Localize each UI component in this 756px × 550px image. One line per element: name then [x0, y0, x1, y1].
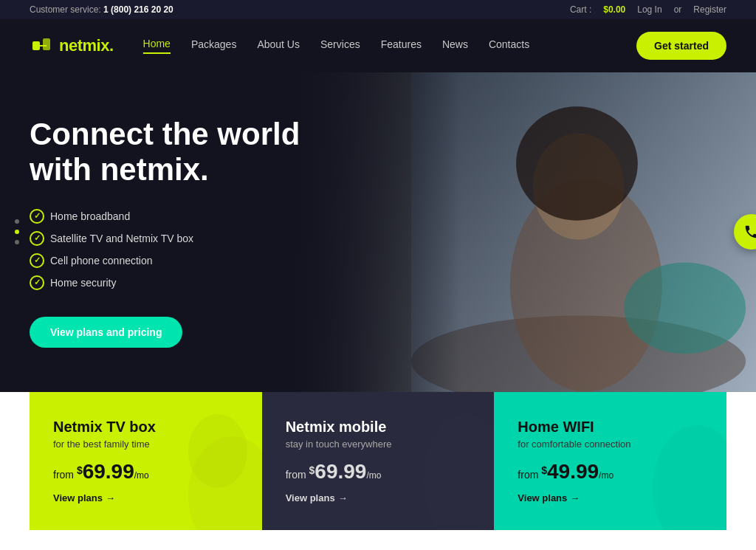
card-bg-svg-2 [405, 392, 494, 530]
service-card-tv: Netmix TV box for the best family time f… [30, 392, 262, 530]
phone-number: 1 (800) 216 20 20 [103, 4, 173, 15]
price-sup-3: $ [541, 464, 547, 476]
main-nav: Home Packages About Us Services Features… [143, 38, 608, 54]
login-link[interactable]: Log In [637, 4, 662, 15]
logo-icon [30, 34, 53, 58]
svg-rect-1 [43, 38, 50, 50]
price-from-3: from [518, 469, 538, 481]
customer-service: Customer service: 1 (800) 216 20 20 [30, 4, 173, 15]
nav-packages[interactable]: Packages [191, 38, 236, 53]
feature-item-3: Cell phone connection [30, 253, 300, 268]
check-icon-1 [30, 209, 44, 224]
card-bg-3 [638, 392, 726, 530]
nav-services[interactable]: Services [320, 38, 360, 53]
service-cards-section: Netmix TV box for the best family time f… [30, 392, 726, 530]
svg-point-7 [516, 106, 638, 220]
card-bg-2 [405, 392, 494, 530]
svg-point-5 [510, 179, 662, 391]
card-bg-svg-1 [173, 392, 262, 530]
register-link[interactable]: Register [693, 4, 726, 15]
feature-item-1: Home broadband [30, 209, 300, 224]
svg-point-4 [411, 316, 746, 392]
hero-features-list: Home broadband Satellite TV and Netmix T… [30, 209, 300, 290]
hero-title: Connect the worldwith netmix. [30, 117, 300, 188]
phone-icon [743, 224, 756, 240]
feature-label-4: Home security [50, 277, 116, 289]
slide-dot-3[interactable] [15, 240, 19, 244]
slide-dot-1[interactable] [15, 219, 19, 224]
feature-item-4: Home security [30, 275, 300, 290]
card-bg-svg-3 [638, 392, 726, 530]
feature-label-3: Cell phone connection [50, 255, 153, 267]
price-from-1: from [53, 469, 74, 481]
site-header: netmix. Home Packages About Us Services … [0, 19, 756, 72]
price-period-3: /mo [599, 470, 614, 481]
price-sup-1: $ [77, 464, 83, 476]
hero-bg-svg [264, 72, 756, 392]
slide-dot-2[interactable] [15, 230, 19, 234]
price-amount-3: 49.99 [547, 460, 599, 483]
nav-features[interactable]: Features [381, 38, 422, 53]
top-bar-right: Cart : $0.00 Log In or Register [570, 4, 726, 15]
svg-point-12 [188, 414, 247, 488]
hero-background [264, 72, 756, 392]
bottom-section: Experience the magic of technology [0, 530, 756, 550]
cart-label: Cart : [570, 4, 591, 15]
cart-amount[interactable]: $0.00 [603, 4, 625, 15]
svg-point-14 [653, 425, 726, 530]
price-amount-2: 69.99 [315, 460, 366, 483]
feature-label-2: Satellite TV and Netmix TV box [50, 233, 193, 244]
price-from-2: from [286, 469, 306, 481]
check-icon-3 [30, 253, 44, 268]
customer-service-label: Customer service: [30, 4, 101, 15]
slider-dots [15, 219, 19, 244]
feature-label-1: Home broadband [50, 210, 130, 222]
logo[interactable]: netmix. [30, 34, 114, 58]
hero-section: Connect the worldwith netmix. Home broad… [0, 72, 756, 392]
nav-home[interactable]: Home [143, 38, 171, 54]
svg-rect-10 [264, 72, 756, 392]
svg-point-13 [424, 414, 494, 530]
price-period-2: /mo [366, 470, 381, 481]
check-icon-4 [30, 275, 44, 290]
price-period-1: /mo [134, 470, 149, 481]
svg-rect-3 [264, 72, 756, 392]
price-amount-1: 69.99 [83, 460, 134, 483]
logo-text: netmix. [59, 36, 114, 55]
feature-item-2: Satellite TV and Netmix TV box [30, 231, 300, 246]
top-bar: Customer service: 1 (800) 216 20 20 Cart… [0, 0, 756, 19]
hero-content: Connect the worldwith netmix. Home broad… [0, 72, 329, 392]
service-card-mobile: Netmix mobile stay in touch everywhere f… [262, 392, 495, 530]
svg-point-8 [625, 262, 746, 354]
nav-news[interactable]: News [442, 38, 468, 53]
nav-contacts[interactable]: Contacts [489, 38, 529, 53]
service-card-wifi: Home WIFI for comfortable connection fro… [494, 392, 726, 530]
get-started-button[interactable]: Get started [636, 32, 726, 60]
or-label: or [674, 4, 682, 15]
check-icon-2 [30, 231, 44, 246]
svg-point-6 [533, 133, 625, 239]
view-plans-button[interactable]: View plans and pricing [30, 317, 182, 348]
nav-about[interactable]: About Us [257, 38, 300, 53]
card-bg-1 [173, 392, 262, 530]
